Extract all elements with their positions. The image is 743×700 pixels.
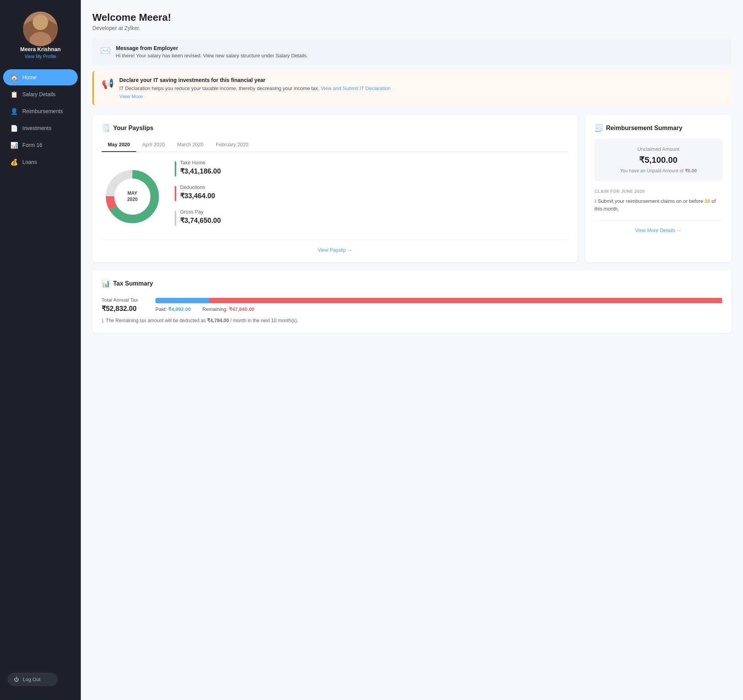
message-banner: ✉️ Message from Employer Hi there! Your …	[92, 39, 731, 65]
sidebar-item-home-label: Home	[22, 74, 37, 80]
view-details-section: View More Details →	[594, 220, 722, 234]
reimbursement-icon: 🧾	[594, 124, 603, 132]
tab-march2020[interactable]: March 2020	[171, 139, 210, 152]
message-banner-text: Hi there! Your salary has been revised. …	[116, 53, 308, 58]
reimbursement-title: 🧾 Reimbursement Summary	[594, 124, 722, 132]
tax-body: Total Annual Tax ₹52,832.00 Paid: ₹4,992…	[102, 294, 722, 324]
tax-bar-paid	[155, 298, 209, 303]
deductions-row: Deductions ₹33,464.00	[175, 184, 568, 201]
sidebar-item-salary-details[interactable]: 📋 Salary Details	[3, 86, 78, 102]
tab-april2020[interactable]: April 2020	[136, 139, 171, 152]
view-payslip-link[interactable]: View Payslip →	[317, 247, 352, 253]
claim-date: 28	[705, 198, 710, 204]
loans-icon: 💰	[11, 159, 18, 165]
payslip-donut-chart: MAY 2020	[102, 166, 163, 227]
view-profile-link[interactable]: View My Profile	[25, 54, 56, 59]
claim-section-label: CLAIM FOR JUNE 2020	[594, 189, 722, 194]
sidebar-item-salary-label: Salary Details	[22, 91, 55, 97]
take-home-value: ₹3,41,186.00	[180, 167, 221, 175]
svg-point-1	[33, 15, 48, 30]
unpaid-text: You have an Unpaid Amount of ₹0.00	[602, 168, 715, 174]
tab-february2020[interactable]: February 2020	[210, 139, 255, 152]
tax-icon: 📊	[102, 279, 110, 288]
sidebar: Meera Krishnan View My Profile 🏠 Home 📋 …	[0, 0, 81, 700]
payslip-stats: Take Home ₹3,41,186.00 Deductions ₹33,46…	[175, 160, 568, 234]
claim-text: ℹ Submit your reimbursement claims on or…	[594, 197, 722, 212]
message-banner-content: Message from Employer Hi there! Your sal…	[116, 45, 308, 58]
gross-pay-value: ₹3,74,650.00	[180, 216, 221, 225]
tax-note-amount: ₹4,784.00	[207, 318, 229, 323]
sidebar-item-loans[interactable]: 💰 Loans	[3, 154, 78, 170]
tax-bar-remaining	[209, 298, 722, 303]
megaphone-icon: 📢	[102, 78, 114, 90]
tax-note: ℹ The Remaining tax amount will be deduc…	[102, 317, 722, 324]
deductions-label: Deductions	[180, 184, 215, 190]
info-circle-icon: ℹ	[594, 198, 596, 204]
sidebar-item-form16[interactable]: 📊 Form 16	[3, 137, 78, 153]
sidebar-item-reimbursements[interactable]: 👤 Reimbursements	[3, 103, 78, 119]
sidebar-item-home[interactable]: 🏠 Home	[3, 69, 78, 85]
home-icon: 🏠	[11, 74, 18, 81]
tax-annual-value: ₹52,832.00	[102, 304, 148, 313]
sidebar-item-reimbursements-label: Reimbursements	[22, 108, 63, 114]
it-banner-content: Declare your IT saving investments for t…	[119, 77, 391, 99]
payslips-icon: 🗒️	[102, 124, 110, 132]
logout-button[interactable]: ⏻ Log Out	[8, 673, 58, 686]
payslip-body: MAY 2020 Take Home ₹3,41,186.00	[102, 160, 568, 234]
it-declaration-banner: 📢 Declare your IT saving investments for…	[92, 71, 731, 105]
dashboard-grid: 🗒️ Your Payslips May 2020 April 2020 Mar…	[92, 115, 731, 262]
deductions-bar	[175, 186, 176, 201]
avatar	[23, 12, 58, 46]
unclaimed-label: Unclaimed Amount	[602, 146, 715, 152]
tax-annual-section: Total Annual Tax ₹52,832.00	[102, 297, 148, 313]
payslip-tabs: May 2020 April 2020 March 2020 February …	[102, 139, 568, 152]
nav-list: 🏠 Home 📋 Salary Details 👤 Reimbursements…	[0, 68, 81, 171]
tax-remaining-value: ₹47,840.00	[229, 306, 254, 312]
tax-annual-label: Total Annual Tax	[102, 297, 148, 303]
tax-bar-labels: Paid: ₹4,992.00 Remaining: ₹47,840.00	[155, 306, 722, 312]
tax-paid-label: Paid: ₹4,992.00	[155, 306, 191, 312]
reimbursement-card: 🧾 Reimbursement Summary Unclaimed Amount…	[585, 115, 731, 262]
gross-pay-bar	[175, 211, 176, 226]
tax-row: Total Annual Tax ₹52,832.00 Paid: ₹4,992…	[102, 297, 722, 313]
deductions-value: ₹33,464.00	[180, 192, 215, 200]
sidebar-item-investments-label: Investments	[22, 125, 51, 131]
sidebar-item-loans-label: Loans	[22, 159, 37, 165]
tax-bar-track	[155, 298, 722, 303]
take-home-row: Take Home ₹3,41,186.00	[175, 160, 568, 177]
message-banner-title: Message from Employer	[116, 45, 308, 51]
power-icon: ⏻	[14, 677, 19, 682]
salary-icon: 📋	[11, 91, 18, 98]
sidebar-item-investments[interactable]: 📄 Investments	[3, 120, 78, 136]
payslips-card: 🗒️ Your Payslips May 2020 April 2020 Mar…	[92, 115, 578, 262]
view-payslip-section: View Payslip →	[102, 240, 568, 253]
tax-bar-section: Paid: ₹4,992.00 Remaining: ₹47,840.00	[155, 298, 722, 312]
it-declaration-link[interactable]: View and Submit IT Declaration	[321, 85, 391, 91]
it-view-more-link[interactable]: View More	[119, 94, 391, 99]
sidebar-item-form16-label: Form 16	[22, 142, 42, 148]
it-banner-title: Declare your IT saving investments for t…	[119, 77, 391, 83]
view-details-link[interactable]: View More Details →	[635, 227, 681, 233]
donut-center-label: MAY 2020	[127, 190, 138, 203]
envelope-icon: ✉️	[100, 46, 110, 56]
sidebar-bottom: ⏻ Log Out	[0, 667, 81, 692]
user-name: Meera Krishnan	[20, 46, 60, 52]
tax-summary-card: 📊 Tax Summary Total Annual Tax ₹52,832.0…	[92, 270, 731, 333]
welcome-subtitle: Developer at Zylker.	[92, 25, 731, 31]
gross-pay-row: Gross Pay ₹3,74,650.00	[175, 209, 568, 226]
take-home-bar	[175, 161, 176, 177]
tab-may2020[interactable]: May 2020	[102, 139, 136, 152]
unpaid-amount: ₹0.00	[685, 168, 697, 174]
tax-remaining-label-wrap: Remaining: ₹47,840.00	[202, 306, 254, 312]
logout-label: Log Out	[23, 677, 40, 682]
payslips-title: 🗒️ Your Payslips	[102, 124, 568, 132]
reimbursements-icon: 👤	[11, 108, 18, 115]
claim-section: CLAIM FOR JUNE 2020 ℹ Submit your reimbu…	[594, 189, 722, 212]
take-home-label: Take Home	[180, 160, 221, 165]
unclaimed-amount: ₹5,100.00	[602, 155, 715, 165]
investments-icon: 📄	[11, 125, 18, 132]
tax-paid-value: ₹4,992.00	[168, 306, 191, 312]
gross-pay-label: Gross Pay	[180, 209, 221, 215]
tax-summary-title: 📊 Tax Summary	[102, 279, 722, 288]
reimbursement-amount-box: Unclaimed Amount ₹5,100.00 You have an U…	[594, 139, 722, 181]
